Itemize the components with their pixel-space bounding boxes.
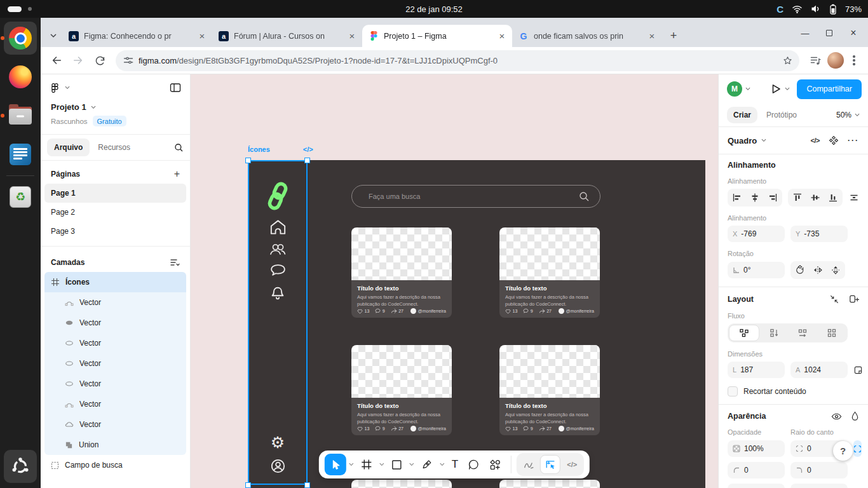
canvas-frame-code-badge[interactable]: </> bbox=[303, 146, 313, 153]
align-horizontal-center-button[interactable] bbox=[746, 189, 764, 206]
plan-badge[interactable]: Gratuito bbox=[93, 116, 126, 126]
figma-canvas[interactable]: Ícones </> ⚙ Faça uma bu bbox=[191, 74, 718, 488]
move-tool-button[interactable] bbox=[325, 454, 346, 475]
inspect-mode-button[interactable] bbox=[540, 455, 560, 474]
media-controls-icon[interactable] bbox=[806, 51, 825, 70]
dock-files-button[interactable] bbox=[4, 99, 37, 132]
workspace-label[interactable]: Rascunhos bbox=[51, 118, 88, 125]
selection-handle[interactable] bbox=[245, 158, 251, 163]
text-tool-button[interactable]: T bbox=[447, 454, 463, 475]
draw-annotate-icon[interactable] bbox=[519, 455, 539, 474]
tab-design[interactable]: Criar bbox=[727, 107, 757, 123]
tab-prototype[interactable]: Protótipo bbox=[760, 107, 803, 123]
eye-icon[interactable] bbox=[831, 412, 842, 421]
toggle-panel-icon[interactable] bbox=[170, 83, 181, 93]
tray-app-indicator-icon[interactable]: C bbox=[776, 4, 783, 15]
corner-top-right-field[interactable]: 0 bbox=[790, 462, 848, 478]
pen-tool-button[interactable] bbox=[417, 454, 437, 475]
browser-profile-avatar[interactable] bbox=[827, 52, 844, 69]
corner-sliders-icon[interactable] bbox=[853, 484, 862, 488]
post-card[interactable]: Título do textoAqui vamos fazer a descri… bbox=[351, 345, 452, 435]
canvas-frame-label[interactable]: Ícones bbox=[248, 146, 270, 153]
align-left-button[interactable] bbox=[728, 189, 746, 206]
zoom-menu[interactable]: 50% bbox=[836, 111, 860, 119]
layer-row[interactable]: Vector bbox=[44, 292, 186, 313]
browser-menu-icon[interactable] bbox=[846, 51, 862, 70]
tab-close-icon[interactable]: × bbox=[197, 31, 207, 41]
help-button[interactable]: ? bbox=[833, 441, 853, 461]
page-list-item[interactable]: Page 2 bbox=[44, 203, 186, 222]
blend-droplet-icon[interactable] bbox=[851, 411, 859, 421]
constrain-proportions-icon[interactable] bbox=[853, 362, 863, 378]
dev-mode-toggle[interactable]: </> bbox=[562, 455, 582, 474]
clip-content-checkbox[interactable] bbox=[728, 386, 738, 396]
layer-row[interactable]: Vector bbox=[44, 313, 186, 333]
flow-freeform-option[interactable] bbox=[729, 325, 759, 341]
y-position-field[interactable]: Y -735 bbox=[790, 226, 848, 242]
browser-tab[interactable]: Gonde ficam salvos os prin× bbox=[512, 25, 662, 47]
forward-button[interactable] bbox=[69, 51, 88, 70]
corner-top-left-field[interactable]: 0 bbox=[728, 462, 785, 478]
site-info-icon[interactable] bbox=[123, 55, 133, 65]
pen-tool-chevron[interactable] bbox=[438, 463, 447, 466]
page-list-item[interactable]: Page 3 bbox=[44, 222, 186, 241]
wifi-icon[interactable] bbox=[792, 4, 803, 14]
frame-tool-chevron[interactable] bbox=[377, 463, 386, 466]
copy-code-icon[interactable]: </> bbox=[811, 137, 820, 144]
dock-show-apps-button[interactable] bbox=[4, 450, 37, 483]
clip-content-row[interactable]: Recortar conteúdo bbox=[728, 386, 859, 396]
chevron-down-icon[interactable] bbox=[91, 105, 96, 109]
tab-file[interactable]: Arquivo bbox=[47, 139, 90, 156]
flow-grid-option[interactable] bbox=[817, 325, 846, 341]
align-right-button[interactable] bbox=[764, 189, 782, 206]
layer-row[interactable]: Vector bbox=[44, 374, 186, 394]
browser-tab[interactable]: aFórum | Alura - Cursos on× bbox=[212, 25, 362, 47]
dock-firefox-button[interactable] bbox=[4, 60, 37, 93]
rotation-field[interactable]: 0° bbox=[728, 262, 785, 278]
dock-trash-button[interactable]: ♻ bbox=[4, 180, 37, 214]
dock-chrome-button[interactable] bbox=[4, 22, 37, 55]
flow-vertical-option[interactable] bbox=[759, 325, 789, 341]
layer-row[interactable]: Vector bbox=[44, 414, 186, 435]
height-field[interactable]: A 1024 bbox=[790, 362, 848, 378]
search-icon[interactable] bbox=[174, 143, 184, 152]
battery-percent[interactable]: 73% bbox=[845, 4, 862, 14]
close-button[interactable]: × bbox=[844, 24, 863, 42]
move-tool-chevron[interactable] bbox=[347, 463, 356, 466]
restore-button[interactable] bbox=[820, 24, 839, 42]
tab-search-chevron-button[interactable] bbox=[44, 25, 62, 46]
post-card[interactable]: Título do textoAqui vamos fazer a descri… bbox=[351, 227, 452, 318]
frame-section-title[interactable]: Quadro bbox=[728, 136, 757, 146]
flip-horizontal-button[interactable] bbox=[809, 262, 827, 278]
post-card[interactable]: Título do textoAqui vamos fazer a descri… bbox=[499, 227, 600, 318]
tab-close-icon[interactable]: × bbox=[497, 31, 507, 41]
layer-row[interactable]: Campo de busca bbox=[44, 455, 186, 475]
x-position-field[interactable]: X -769 bbox=[728, 226, 785, 242]
browser-tab[interactable]: Projeto 1 – Figma× bbox=[362, 25, 512, 47]
corner-bottom-right-field[interactable]: 0 bbox=[790, 484, 848, 488]
volume-icon[interactable] bbox=[811, 4, 821, 13]
add-auto-layout-icon[interactable] bbox=[848, 294, 859, 304]
present-chevron-icon[interactable] bbox=[785, 87, 790, 91]
selection-handle[interactable] bbox=[245, 482, 251, 488]
bookmark-star-icon[interactable] bbox=[779, 52, 796, 69]
system-clock[interactable]: 22 de jan 09:52 bbox=[0, 4, 868, 14]
rotate-button[interactable] bbox=[791, 262, 809, 278]
selection-handle[interactable] bbox=[304, 482, 310, 488]
page-list-item[interactable]: Page 1 bbox=[44, 184, 186, 203]
align-vertical-center-button[interactable] bbox=[806, 189, 824, 206]
tab-close-icon[interactable]: × bbox=[647, 31, 657, 41]
new-tab-button[interactable]: + bbox=[665, 27, 682, 44]
dock-libreoffice-writer-button[interactable] bbox=[4, 138, 37, 171]
minimize-button[interactable]: — bbox=[796, 24, 815, 42]
layer-row[interactable]: Vector bbox=[44, 333, 186, 353]
back-button[interactable] bbox=[47, 51, 66, 70]
layer-row[interactable]: Union bbox=[44, 435, 186, 455]
add-page-icon[interactable]: + bbox=[174, 168, 180, 180]
flip-vertical-button[interactable] bbox=[827, 262, 844, 278]
tab-close-icon[interactable]: × bbox=[347, 31, 357, 41]
selection-handle[interactable] bbox=[304, 158, 310, 163]
project-title[interactable]: Projeto 1 bbox=[51, 102, 86, 112]
post-card[interactable]: Título do textoAqui vamos fazer a descri… bbox=[499, 345, 600, 435]
independent-corners-button[interactable] bbox=[853, 440, 862, 457]
